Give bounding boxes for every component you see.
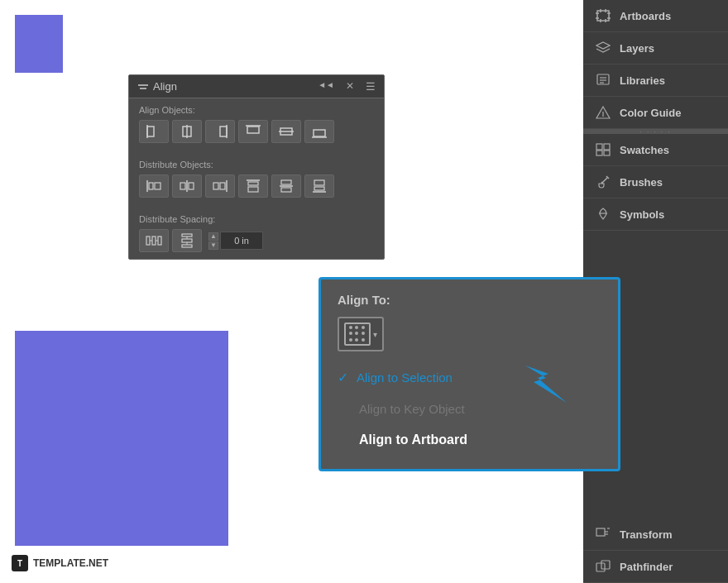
grid-dot <box>349 338 352 342</box>
dist-v-space-button[interactable] <box>172 229 202 252</box>
align-objects-section: Align Objects: <box>129 98 384 153</box>
svg-rect-51 <box>220 183 225 189</box>
align-to-selection-label: Align to Selection <box>357 370 453 385</box>
svg-rect-60 <box>314 187 324 190</box>
align-panel-icon <box>137 81 149 93</box>
down-arrow: ▼ <box>210 241 217 249</box>
align-to-btn-inner <box>344 323 371 346</box>
svg-rect-44 <box>149 183 153 189</box>
svg-rect-50 <box>213 183 218 189</box>
dist-top-button[interactable] <box>238 174 268 198</box>
svg-rect-17 <box>604 144 610 150</box>
spacing-up-button[interactable]: ▲ <box>208 232 218 241</box>
collapse-button[interactable]: ◄◄ <box>318 80 334 93</box>
artboards-label: Artboards <box>620 10 671 22</box>
watermark-logo-letter: T <box>17 559 22 568</box>
svg-rect-16 <box>596 144 602 150</box>
grid-dot <box>362 326 365 329</box>
watermark-text: TEMPLATE.NET <box>33 557 108 569</box>
dist-center-v-button[interactable] <box>271 174 301 198</box>
dist-right-button[interactable] <box>205 174 235 198</box>
grid-dot <box>362 332 365 335</box>
svg-rect-30 <box>140 88 146 89</box>
spacing-down-button[interactable]: ▼ <box>208 241 218 250</box>
distribute-spacing-row: ▲ ▼ <box>139 229 374 252</box>
align-panel-title: Align <box>137 80 177 93</box>
pathfinder-icon <box>595 559 611 574</box>
spacing-stepper[interactable]: ▲ ▼ <box>208 232 218 250</box>
dropdown-chevron: ▾ <box>373 330 377 339</box>
transform-label: Transform <box>620 528 673 541</box>
align-to-artboard-item[interactable]: Align to Artboard <box>321 424 618 456</box>
sidebar-item-transform[interactable]: Transform <box>583 518 728 551</box>
sidebar-item-libraries[interactable]: Libraries <box>583 65 728 97</box>
svg-rect-61 <box>146 237 150 245</box>
grid-dot <box>355 332 358 335</box>
align-center-h-button[interactable] <box>172 120 202 143</box>
align-center-v-button[interactable] <box>271 120 301 143</box>
watermark-logo: T <box>12 555 28 571</box>
svg-rect-41 <box>314 130 325 136</box>
dist-bottom-button[interactable] <box>304 174 334 198</box>
svg-rect-37 <box>247 127 259 133</box>
svg-rect-0 <box>597 11 609 21</box>
align-to-artboard-label: Align to Artboard <box>359 432 467 447</box>
align-objects-buttons <box>139 120 374 143</box>
distribute-objects-label: Distribute Objects: <box>139 160 374 170</box>
pathfinder-label: Pathfinder <box>620 561 673 573</box>
svg-rect-48 <box>189 183 194 189</box>
close-button[interactable]: ✕ <box>346 80 354 93</box>
sidebar-item-color-guide[interactable]: Color Guide <box>583 97 728 129</box>
sidebar-item-pathfinder[interactable]: Pathfinder <box>583 551 728 583</box>
layers-icon <box>595 41 611 55</box>
libraries-icon <box>595 73 611 88</box>
sidebar-item-brushes[interactable]: Brushes <box>583 166 728 198</box>
svg-rect-23 <box>596 528 605 536</box>
sidebar-item-swatches[interactable]: Swatches <box>583 134 728 166</box>
align-to-dropdown: Align To: ▾ ✓ Align to Selection <box>318 277 620 471</box>
artboard-icon <box>595 8 611 23</box>
align-title-text: Align <box>153 80 177 93</box>
blue-rect-top <box>15 15 63 73</box>
distribute-spacing-label: Distribute Spacing: <box>139 214 374 224</box>
libraries-label: Libraries <box>620 74 665 87</box>
brushes-icon <box>595 174 611 189</box>
swatches-label: Swatches <box>620 144 669 156</box>
align-to-button[interactable]: ▾ <box>338 317 384 351</box>
align-objects-label: Align Objects: <box>139 105 374 115</box>
spacing-input-group: ▲ ▼ <box>208 232 263 250</box>
layers-label: Layers <box>620 42 654 55</box>
align-to-btn-grid <box>349 326 366 342</box>
color-guide-label: Color Guide <box>620 107 681 119</box>
svg-marker-9 <box>596 42 610 49</box>
sidebar-item-layers[interactable]: Layers <box>583 32 728 65</box>
svg-rect-62 <box>152 237 156 245</box>
svg-rect-59 <box>314 180 324 185</box>
grid-dot <box>355 338 358 342</box>
sidebar-item-artboards[interactable]: Artboards <box>583 0 728 32</box>
color-guide-icon <box>595 105 611 120</box>
watermark: T TEMPLATE.NET <box>12 555 108 571</box>
svg-rect-57 <box>281 188 291 192</box>
align-bottom-button[interactable] <box>304 120 334 143</box>
svg-rect-45 <box>155 183 160 189</box>
checkmark-icon: ✓ <box>338 370 348 385</box>
align-panel-controls: ◄◄ ✕ ☰ <box>318 80 376 93</box>
align-top-button[interactable] <box>238 120 268 143</box>
sidebar-item-symbols[interactable]: Symbols <box>583 198 728 231</box>
spacing-input[interactable] <box>220 232 263 250</box>
svg-rect-53 <box>248 182 258 185</box>
dist-left-button[interactable] <box>139 174 169 198</box>
grid-dot <box>355 326 358 329</box>
align-right-button[interactable] <box>205 120 235 143</box>
menu-button[interactable]: ☰ <box>366 80 376 93</box>
svg-rect-66 <box>182 234 192 237</box>
blue-rect-bottom <box>15 331 228 546</box>
dist-h-space-button[interactable] <box>139 229 169 252</box>
dist-center-h-button[interactable] <box>172 174 202 198</box>
grid-dot <box>349 332 352 335</box>
svg-rect-29 <box>138 84 148 86</box>
align-panel-header: Align ◄◄ ✕ ☰ <box>129 75 384 98</box>
grid-dot <box>349 326 352 329</box>
align-left-button[interactable] <box>139 120 169 143</box>
